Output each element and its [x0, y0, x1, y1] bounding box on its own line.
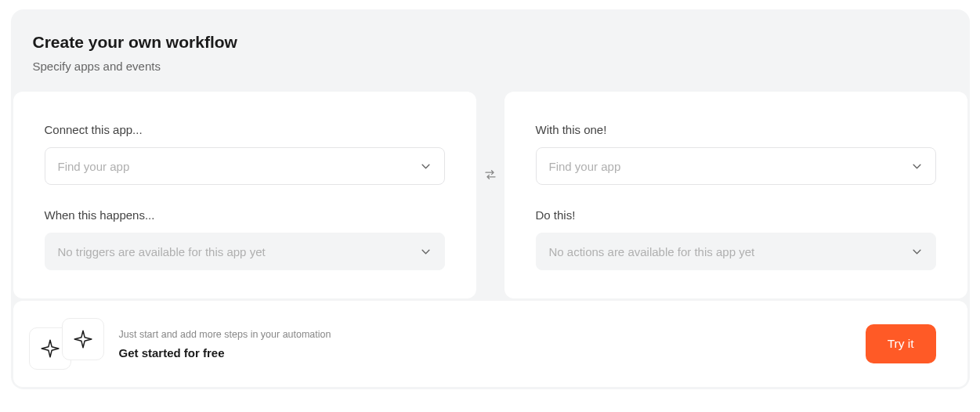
target-app-select[interactable]: Find your app: [536, 147, 936, 185]
sparkle-icon: [73, 329, 93, 349]
sparkle-icon: [40, 338, 60, 359]
trigger-select[interactable]: No triggers are available for this app y…: [45, 233, 445, 270]
target-app-field: With this one! Find your app: [536, 123, 936, 185]
action-label: Do this!: [536, 208, 936, 222]
action-placeholder: No actions are available for this app ye…: [549, 245, 755, 258]
try-it-button[interactable]: Try it: [866, 324, 936, 363]
trigger-label: When this happens...: [45, 208, 445, 222]
trigger-placeholder: No triggers are available for this app y…: [58, 245, 266, 258]
trigger-field: When this happens... No triggers are ava…: [45, 208, 445, 270]
swap-horizontal-icon: [484, 168, 497, 181]
source-app-placeholder: Find your app: [58, 160, 130, 173]
target-app-card: With this one! Find your app Do this! No…: [504, 92, 967, 298]
page-subtitle: Specify apps and events: [33, 60, 948, 73]
source-app-card: Connect this app... Find your app When t…: [13, 92, 476, 298]
action-field: Do this! No actions are available for th…: [536, 208, 936, 270]
source-app-label: Connect this app...: [45, 123, 445, 136]
connection-cards-row: Connect this app... Find your app When t…: [11, 92, 970, 301]
chevron-down-icon: [912, 246, 923, 257]
source-app-select[interactable]: Find your app: [45, 147, 445, 185]
footer-bar: Just start and add more steps in your au…: [13, 301, 967, 387]
chevron-down-icon: [421, 161, 432, 172]
swap-column: [483, 92, 498, 298]
footer-text-block: Just start and add more steps in your au…: [119, 329, 850, 360]
sparkle-icon-pair: [29, 318, 103, 370]
sparkle-icon-box: [62, 318, 104, 360]
chevron-down-icon: [421, 246, 432, 257]
footer-headline: Get started for free: [119, 346, 850, 360]
chevron-down-icon: [912, 161, 923, 172]
panel-header: Create your own workflow Specify apps an…: [11, 9, 970, 92]
workflow-builder-panel: Create your own workflow Specify apps an…: [11, 9, 970, 389]
page-title: Create your own workflow: [33, 33, 948, 52]
swap-apps-button[interactable]: [483, 167, 498, 183]
target-app-label: With this one!: [536, 123, 936, 136]
footer-hint: Just start and add more steps in your au…: [119, 329, 850, 340]
target-app-placeholder: Find your app: [549, 160, 621, 173]
source-app-field: Connect this app... Find your app: [45, 123, 445, 185]
action-select[interactable]: No actions are available for this app ye…: [536, 233, 936, 270]
